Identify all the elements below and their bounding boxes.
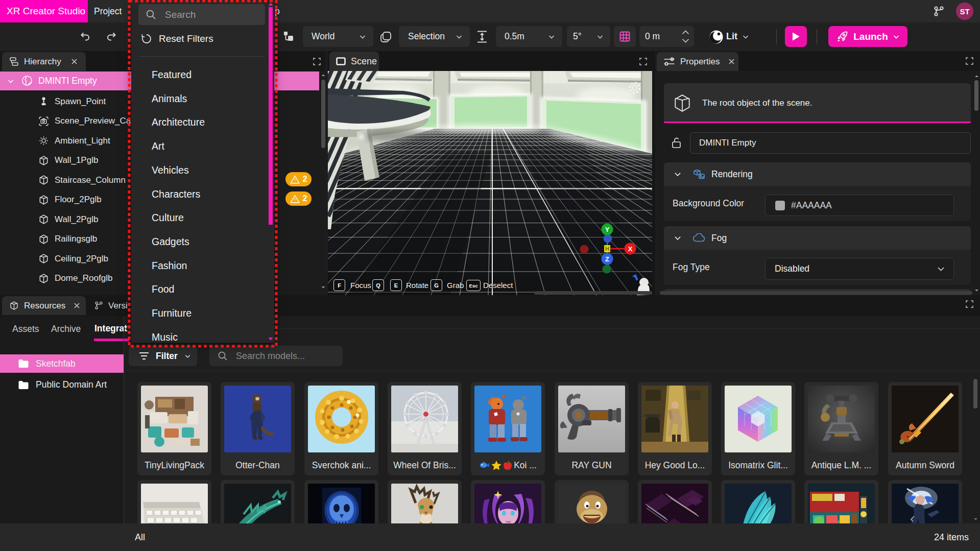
svg-text:X: X	[628, 245, 633, 253]
svg-text:Y: Y	[605, 226, 610, 233]
svg-text:H: H	[605, 246, 609, 252]
svg-text:Z: Z	[605, 255, 609, 263]
